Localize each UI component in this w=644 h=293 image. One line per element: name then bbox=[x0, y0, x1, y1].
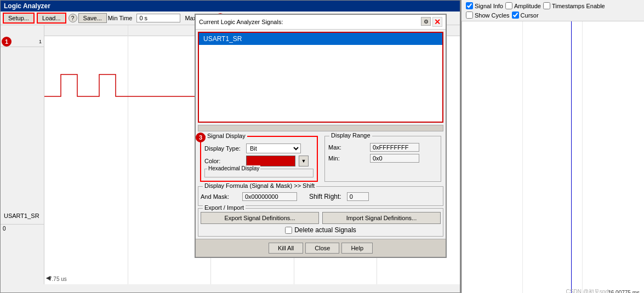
show-cycles-checkbox[interactable] bbox=[466, 12, 473, 19]
signal-labels-panel: 1 1 USART1_SR 0 bbox=[1, 25, 44, 284]
signal-scrollbar[interactable] bbox=[198, 125, 443, 131]
amplitude-checkbox[interactable] bbox=[505, 2, 512, 9]
toolbar-row-2: Save... bbox=[78, 13, 107, 23]
delete-checkbox[interactable] bbox=[285, 227, 292, 234]
amplitude-label: Amplitude bbox=[514, 3, 541, 9]
save-button[interactable]: Save... bbox=[78, 13, 107, 23]
dialog-close-btn[interactable]: ✕ bbox=[432, 17, 442, 27]
show-cycles-label: Show Cycles bbox=[475, 12, 510, 19]
export-btn[interactable]: Export Signal Definitions... bbox=[201, 212, 319, 224]
dialog-title: Current Logic Analyzer Signals: bbox=[199, 19, 283, 25]
cursor-checkbox[interactable] bbox=[512, 12, 519, 19]
formula-section: Display Formula (Signal & Mask) >> Shift… bbox=[198, 186, 443, 206]
setup-button[interactable]: Setup... bbox=[3, 13, 35, 24]
color-dropdown-btn[interactable]: ▼ bbox=[299, 156, 309, 166]
min-range-input[interactable] bbox=[370, 154, 419, 163]
delete-label: Delete actual Signals bbox=[294, 226, 356, 234]
kill-all-button[interactable]: Kill All bbox=[269, 243, 303, 254]
right-grid-2 bbox=[582, 21, 583, 293]
shift-right-input[interactable] bbox=[347, 192, 369, 201]
watermark: CSDN @初见spdy bbox=[566, 288, 611, 293]
color-box[interactable] bbox=[246, 156, 295, 166]
close-button[interactable]: Close bbox=[305, 243, 339, 254]
formula-title: Display Formula (Signal & Mask) >> Shift bbox=[203, 182, 316, 189]
signal-dialog: Current Logic Analyzer Signals: ⚙ ✕ USAR… bbox=[195, 14, 447, 258]
display-type-label: Display Type: bbox=[204, 145, 243, 152]
signal-info-label: Signal Info bbox=[475, 3, 503, 9]
cursor-label: Cursor bbox=[521, 12, 539, 19]
amplitude-checkbox-item: Amplitude bbox=[505, 2, 541, 9]
min-range-label: Min: bbox=[328, 155, 367, 162]
signal-spacer bbox=[1, 47, 44, 208]
main-title-bar: Logic Analyzer bbox=[1, 1, 460, 12]
right-waveform-area: 16.00775 ms CSDN @初见spdy bbox=[461, 21, 644, 293]
signal-list-item-usart1sr[interactable]: USART1_SR bbox=[199, 33, 442, 45]
min-time-input[interactable] bbox=[136, 14, 180, 22]
export-buttons-row: Export Signal Definitions... Import Sign… bbox=[201, 212, 441, 224]
signal-info-checkbox[interactable] bbox=[466, 2, 473, 9]
import-btn[interactable]: Import Signal Definitions... bbox=[322, 212, 441, 224]
and-mask-input[interactable] bbox=[242, 192, 297, 201]
show-cycles-checkbox-item: Show Cycles bbox=[466, 12, 510, 19]
max-range-row: Max: bbox=[328, 143, 437, 152]
grid-line-1 bbox=[128, 25, 128, 284]
annotation-badge-3: 3 bbox=[196, 133, 206, 142]
timestamps-checkbox-item: Timestamps Enable bbox=[543, 2, 605, 9]
color-row: Color: ▼ bbox=[204, 156, 314, 166]
color-label: Color: bbox=[204, 158, 243, 164]
signal-display-section: Signal Display 3 Display Type: Bit Color… bbox=[200, 136, 318, 182]
export-title: Export / Import bbox=[203, 204, 246, 211]
signal-display-title: Signal Display bbox=[206, 133, 247, 139]
dialog-help-button[interactable]: Help bbox=[341, 243, 373, 254]
cursor-line bbox=[571, 21, 572, 293]
scroll-left-arrow[interactable]: ◄ bbox=[44, 273, 52, 282]
time-value-label: 16.00775 ms bbox=[608, 290, 640, 293]
help-button[interactable]: ? bbox=[69, 14, 77, 22]
dialog-footer: Kill All Close Help bbox=[196, 239, 446, 257]
annotation-badge-1: 1 bbox=[2, 37, 12, 47]
toolbar-row-1: Setup... Load... ? bbox=[3, 13, 77, 24]
max-range-input[interactable] bbox=[370, 143, 419, 152]
display-range-section: Display Range Max: Min: bbox=[324, 136, 441, 182]
dialog-title-bar: Current Logic Analyzer Signals: ⚙ ✕ bbox=[196, 15, 446, 30]
load-button[interactable]: Load... bbox=[37, 13, 66, 24]
display-type-row: Display Type: Bit bbox=[204, 143, 314, 153]
right-panel: Signal Info Amplitude Timestamps Enable … bbox=[460, 0, 644, 293]
dialog-settings-btn[interactable]: ⚙ bbox=[421, 17, 431, 26]
main-title: Logic Analyzer bbox=[4, 2, 50, 10]
right-grid-1 bbox=[522, 21, 523, 293]
timestamps-checkbox[interactable] bbox=[543, 2, 550, 9]
cursor-checkbox-item: Cursor bbox=[512, 12, 539, 19]
display-range-title: Display Range bbox=[329, 132, 372, 139]
min-range-row: Min: bbox=[328, 154, 437, 163]
display-type-select[interactable]: Bit bbox=[246, 143, 301, 153]
export-section: Export / Import Export Signal Definition… bbox=[198, 208, 443, 237]
hex-display-title: Hexadecimal Display bbox=[207, 165, 260, 171]
signal-display-row: Signal Display 3 Display Type: Bit Color… bbox=[198, 134, 443, 184]
timestamps-label: Timestamps Enable bbox=[552, 3, 605, 9]
signal-info-checkbox-item: Signal Info bbox=[466, 2, 503, 9]
min-time-label: Min Time bbox=[108, 15, 133, 21]
max-range-label: Max: bbox=[328, 144, 367, 151]
and-mask-label: And Mask: bbox=[201, 193, 239, 200]
shift-right-label: Shift Right: bbox=[309, 193, 341, 200]
signal-label-usart1sr: USART1_SR bbox=[1, 208, 44, 224]
delete-row: Delete actual Signals bbox=[201, 226, 441, 234]
right-panel-toolbar: Signal Info Amplitude Timestamps Enable … bbox=[461, 0, 644, 21]
formula-row: And Mask: Shift Right: bbox=[201, 192, 441, 201]
zero-label: 0 bbox=[1, 224, 44, 233]
signal-list: USART1_SR bbox=[198, 32, 443, 123]
signal-list-placeholder bbox=[199, 45, 442, 122]
ruler-label-1: 1 bbox=[39, 39, 42, 44]
